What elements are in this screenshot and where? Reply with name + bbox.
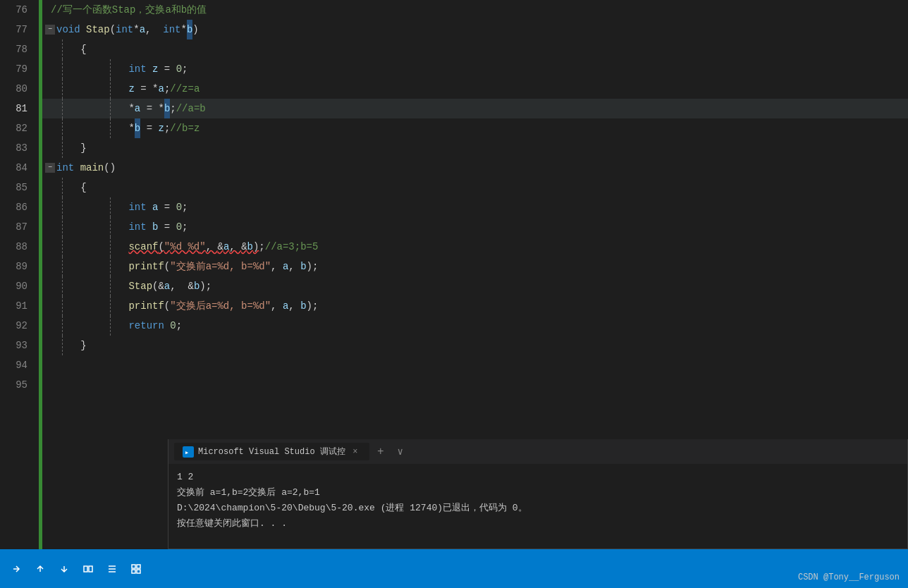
line-num-76: 76 xyxy=(6,0,33,20)
terminal-tab-active[interactable]: ▶ Microsoft Visual Studio 调试控 × xyxy=(174,443,369,460)
terminal-tab-bar: ▶ Microsoft Visual Studio 调试控 × + ∨ xyxy=(168,439,907,464)
svg-rect-7 xyxy=(132,570,135,573)
code-line-81: * a = * b ; //a=b xyxy=(42,99,908,118)
code-line-87: int b = 0 ; xyxy=(42,217,908,237)
status-bar xyxy=(0,549,908,588)
selected-b-82: b xyxy=(135,118,140,138)
line-num-85: 85 xyxy=(6,178,33,197)
code-line-76: //写一个函数Stap，交换a和b的值 xyxy=(42,0,908,20)
editor-container: 76 77 78 79 80 81 82 83 84 85 86 87 88 8… xyxy=(0,0,908,588)
status-icon-4 xyxy=(82,563,94,575)
svg-rect-5 xyxy=(132,565,135,568)
line-num-86: 86 xyxy=(6,197,33,217)
status-btn-4[interactable] xyxy=(78,558,99,580)
code-line-93: } xyxy=(42,336,908,355)
line-num-82: 82 xyxy=(6,118,33,138)
code-line-85: { xyxy=(42,178,908,197)
status-btn-5[interactable] xyxy=(102,558,123,580)
svg-rect-4 xyxy=(89,566,92,572)
terminal-close-button[interactable]: × xyxy=(350,446,361,458)
line-num-93: 93 xyxy=(6,336,33,355)
line-numbers: 76 77 78 79 80 81 82 83 84 85 86 87 88 8… xyxy=(0,0,39,588)
code-line-90: Stap ( & a , & b ); xyxy=(42,276,908,296)
svg-rect-8 xyxy=(137,570,140,573)
code-line-78: { xyxy=(42,39,908,59)
selected-b-77: b xyxy=(187,20,192,39)
terminal-tab-icon: ▶ xyxy=(183,446,194,458)
terminal-icon-svg: ▶ xyxy=(185,448,192,455)
code-line-89: printf ( "交换前a=%d, b=%d" , a , b ); xyxy=(42,257,908,276)
csdn-credit: CSDN @Tony__Ferguson xyxy=(798,572,900,582)
code-line-82: * b = z ; //b=z xyxy=(42,118,908,138)
code-line-91: printf ( "交换后a=%d, b=%d" , a , b ); xyxy=(42,296,908,316)
status-btn-6[interactable] xyxy=(125,558,147,580)
terminal-chevron-button[interactable]: ∨ xyxy=(392,443,409,460)
code-line-94 xyxy=(42,355,908,375)
svg-rect-6 xyxy=(137,565,140,568)
terminal-line-4: 按任意键关闭此窗口. . . xyxy=(177,516,899,532)
line-num-88: 88 xyxy=(6,237,33,257)
line-num-77: 77 xyxy=(6,20,33,39)
code-line-86: int a = 0 ; xyxy=(42,197,908,217)
status-icon-2 xyxy=(35,563,46,575)
line-num-91: 91 xyxy=(6,296,33,316)
line-num-89: 89 xyxy=(6,257,33,276)
line-num-90: 90 xyxy=(6,276,33,296)
code-line-84: − int main () xyxy=(42,158,908,178)
code-line-79: int z = 0 ; xyxy=(42,59,908,79)
line-num-78: 78 xyxy=(6,39,33,59)
line-num-92: 92 xyxy=(6,316,33,336)
kw-void-77: void xyxy=(56,20,80,39)
code-line-80: z = * a ; //z=a xyxy=(42,79,908,99)
selected-b-81: b xyxy=(164,99,170,118)
line-num-83: 83 xyxy=(6,138,33,158)
terminal-line-2: 交换前 a=1,b=2交换后 a=2,b=1 xyxy=(177,485,899,501)
status-btn-3[interactable] xyxy=(54,558,75,580)
line-num-94: 94 xyxy=(6,355,33,375)
svg-rect-3 xyxy=(84,566,87,572)
line-num-81: 81 xyxy=(6,99,33,118)
terminal-add-button[interactable]: + xyxy=(372,443,389,460)
line-num-79: 79 xyxy=(6,59,33,79)
status-icon-3 xyxy=(59,563,70,575)
status-btn-2[interactable] xyxy=(30,558,51,580)
status-icon-6 xyxy=(130,563,142,575)
status-btn-1[interactable] xyxy=(6,558,27,580)
code-line-88: scanf("%d %d", &a, &b) ; //a=3;b=5 xyxy=(42,237,908,257)
comment-76: //写一个函数Stap，交换a和b的值 xyxy=(51,0,207,20)
terminal-line-1: 1 2 xyxy=(177,470,899,485)
code-line-83: } xyxy=(42,138,908,158)
terminal-line-3: D:\2024\champion\5-20\Debug\5-20.exe (进程… xyxy=(177,501,899,516)
code-line-95 xyxy=(42,375,908,395)
collapse-77[interactable]: − xyxy=(45,25,55,35)
collapse-84[interactable]: − xyxy=(45,163,55,173)
line-num-95: 95 xyxy=(6,375,33,395)
line-num-87: 87 xyxy=(6,217,33,237)
terminal-output: 1 2 交换前 a=1,b=2交换后 a=2,b=1 D:\2024\champ… xyxy=(168,464,907,549)
line-num-80: 80 xyxy=(6,79,33,99)
fn-stap-77: Stap xyxy=(86,20,110,39)
code-line-77: − void Stap ( int * a , int * b ) xyxy=(42,20,908,39)
status-icon-1 xyxy=(11,563,22,575)
status-icon-5 xyxy=(106,563,118,575)
terminal-panel: ▶ Microsoft Visual Studio 调试控 × + ∨ 1 2 … xyxy=(168,439,908,549)
terminal-tab-label: Microsoft Visual Studio 调试控 xyxy=(198,446,345,458)
code-line-92: return 0 ; xyxy=(42,316,908,336)
line-num-84: 84 xyxy=(6,158,33,178)
